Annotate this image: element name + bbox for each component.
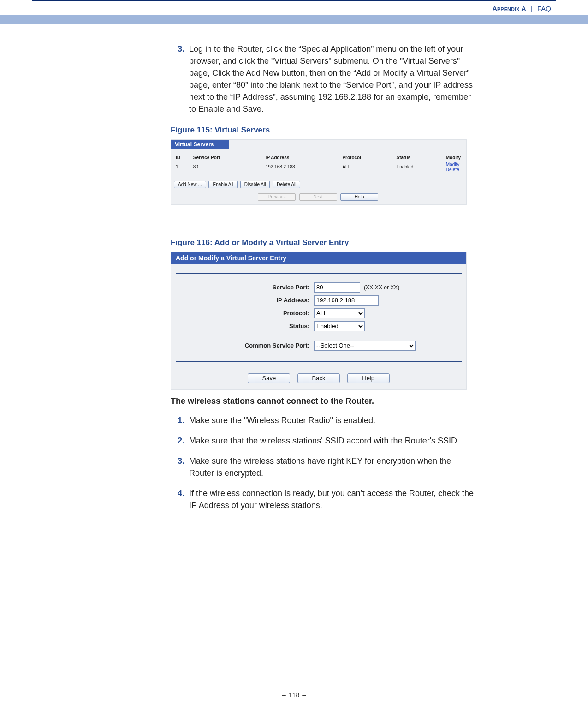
common-service-port-select[interactable]: --Select One-- — [314, 341, 416, 351]
figure-115: Virtual Servers ID Service Port IP Addre… — [171, 139, 467, 205]
step-text: Make sure the wireless stations have rig… — [189, 455, 475, 479]
col-ip-address: IP Address — [264, 154, 341, 161]
ip-address-input[interactable] — [314, 295, 379, 306]
step-text: Make sure that the wireless stations' SS… — [189, 435, 475, 447]
modify-link[interactable]: Modify — [446, 162, 459, 167]
back-button[interactable]: Back — [297, 373, 340, 383]
virtual-servers-title: Virtual Servers — [171, 140, 229, 149]
wireless-step-4: 4. If the wireless connection is ready, … — [171, 487, 556, 511]
breadcrumb: Appendix A | FAQ — [0, 1, 588, 15]
col-status: Status — [395, 154, 444, 161]
col-id: ID — [174, 154, 191, 161]
help-button[interactable]: Help — [347, 373, 390, 383]
table-row: 1 80 192.168.2.188 ALL Enabled Modify De… — [174, 161, 463, 173]
step-number: 3. — [171, 43, 189, 115]
add-new-button[interactable]: Add New ... — [174, 181, 206, 188]
status-select[interactable]: Enabled — [314, 321, 365, 331]
enable-all-button[interactable]: Enable All — [208, 181, 237, 188]
protocol-label: Protocol: — [171, 310, 314, 317]
add-modify-title: Add or Modify a Virtual Server Entry — [171, 252, 466, 264]
ip-address-label: IP Address: — [171, 297, 314, 304]
appendix-label: Appendix A — [492, 5, 526, 12]
service-port-input[interactable] — [314, 282, 360, 293]
save-button[interactable]: Save — [248, 373, 290, 383]
col-protocol: Protocol — [340, 154, 394, 161]
header-band — [0, 15, 588, 24]
figure-116-caption: Figure 116: Add or Modify a Virtual Serv… — [171, 238, 466, 247]
col-modify: Modify — [444, 154, 463, 161]
figure-115-caption: Figure 115: Virtual Servers — [171, 126, 466, 135]
col-service-port: Service Port — [191, 154, 264, 161]
cell-ip: 192.168.2.188 — [264, 161, 341, 173]
breadcrumb-sep: | — [528, 5, 535, 12]
wireless-step-1: 1. Make sure the "Wireless Router Radio"… — [171, 414, 556, 426]
help-button[interactable]: Help — [340, 193, 378, 201]
protocol-select[interactable]: ALL — [314, 308, 365, 318]
service-port-label: Service Port: — [171, 284, 314, 291]
wireless-subhead: The wireless stations cannot connect to … — [171, 396, 466, 406]
step-text: Make sure the "Wireless Router Radio" is… — [189, 414, 475, 426]
section-label: FAQ — [537, 5, 551, 12]
wireless-step-3: 3. Make sure the wireless stations have … — [171, 455, 556, 479]
disable-all-button[interactable]: Disable All — [240, 181, 270, 188]
next-button: Next — [299, 193, 337, 201]
delete-link[interactable]: Delete — [446, 167, 459, 172]
step-text: If the wireless connection is ready, but… — [189, 487, 475, 511]
status-label: Status: — [171, 323, 314, 330]
page-number: 118 — [289, 691, 299, 699]
step-number: 2. — [171, 435, 189, 447]
figure-116: Add or Modify a Virtual Server Entry Ser… — [171, 252, 467, 390]
previous-button: Previous — [258, 193, 296, 201]
virtual-servers-table: ID Service Port IP Address Protocol Stat… — [174, 154, 463, 173]
common-service-port-label: Common Service Port: — [171, 342, 314, 349]
wireless-step-2: 2. Make sure that the wireless stations'… — [171, 435, 556, 447]
instruction-step-3: 3. Log in to the Router, click the “Spec… — [171, 43, 556, 115]
cell-protocol: ALL — [340, 161, 394, 173]
page-footer: –118– — [0, 691, 588, 699]
cell-service-port: 80 — [191, 161, 264, 173]
step-number: 4. — [171, 487, 189, 511]
step-number: 3. — [171, 455, 189, 479]
cell-id: 1 — [174, 161, 191, 173]
delete-all-button[interactable]: Delete All — [273, 181, 300, 188]
service-port-hint: (XX-XX or XX) — [360, 284, 399, 291]
step-number: 1. — [171, 414, 189, 426]
cell-status: Enabled — [395, 161, 444, 173]
step-text: Log in to the Router, click the “Special… — [189, 43, 475, 115]
